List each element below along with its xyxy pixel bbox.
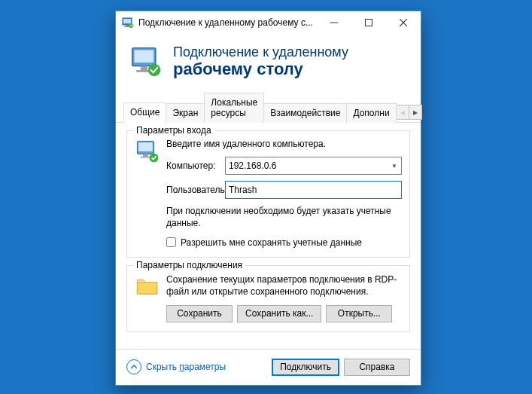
chevron-right-icon: ▶ [413,109,418,116]
svg-point-18 [150,154,159,163]
minimize-button[interactable] [317,11,351,34]
tab-advanced[interactable]: Дополни [346,103,396,123]
help-button[interactable]: Справка [344,359,410,376]
close-icon [400,19,407,26]
tabs-scroll: ◀ ▶ [396,105,422,122]
tab-experience[interactable]: Взаимодействие [263,103,347,123]
user-input[interactable] [225,181,402,199]
svg-rect-10 [134,50,154,63]
user-label: Пользователь: [166,185,225,195]
header-line2: рабочему столу [173,60,348,78]
svg-rect-17 [141,157,151,158]
rdp-header-icon [129,45,163,78]
titlebar[interactable]: Подключение к удаленному рабочему с... [116,11,421,34]
svg-rect-16 [143,154,148,157]
maximize-button[interactable] [351,11,386,34]
login-group: Параметры входа Введите имя удаленного к… [126,130,410,257]
computer-label: Компьютер: [166,160,225,171]
chevron-up-icon [126,359,141,374]
tabs-scroll-left[interactable]: ◀ [396,105,409,120]
header: Подключение к удаленному рабочему столу [116,34,421,92]
computer-combo[interactable]: ▼ [225,157,402,175]
login-group-title: Параметры входа [133,125,214,136]
save-credentials-checkbox[interactable] [166,237,176,247]
connection-desc: Сохранение текущих параметров подключени… [166,273,402,298]
tab-local-resources[interactable]: Локальные ресурсы [204,93,264,123]
close-button[interactable] [386,11,421,34]
tabs-scroll-right[interactable]: ▶ [409,105,422,120]
header-line1: Подключение к удаленному [173,44,348,60]
chevron-down-icon[interactable]: ▼ [388,157,401,174]
svg-point-13 [148,63,161,76]
svg-rect-11 [141,66,147,70]
app-icon [122,17,134,29]
save-button[interactable]: Сохранить [166,305,233,322]
hide-params-label: Скрыть параметры [146,362,226,372]
folder-icon [135,273,160,299]
svg-rect-1 [123,19,131,23]
computer-icon [135,139,160,164]
tab-general[interactable]: Общие [123,102,166,123]
connection-group-title: Параметры подключения [133,260,245,270]
computer-input[interactable] [225,157,402,175]
footer: Скрыть параметры Подключить Справка [116,349,421,385]
svg-rect-15 [138,142,153,151]
tab-display[interactable]: Экран [166,103,205,123]
minimize-icon [330,19,338,26]
window-title: Подключение к удаленному рабочему с... [138,17,317,28]
tabs-bar: Общие Экран Локальные ресурсы Взаимодейс… [116,92,421,123]
open-button[interactable]: Открыть... [326,305,392,322]
svg-rect-6 [366,20,372,26]
credentials-note: При подключении необходимо будет указать… [166,205,402,229]
rdp-window: Подключение к удаленному рабочему с... П… [115,11,421,386]
chevron-left-icon: ◀ [400,109,405,116]
save-as-button[interactable]: Сохранить как... [237,305,321,322]
maximize-icon [365,19,372,26]
login-intro: Введите имя удаленного компьютера. [166,139,402,149]
connection-group: Параметры подключения Сохранение текущих… [126,265,410,332]
connect-button[interactable]: Подключить [272,359,339,376]
hide-params-link[interactable]: Скрыть параметры [126,359,226,374]
save-credentials-label: Разрешить мне сохранять учетные данные [181,237,362,248]
svg-rect-2 [126,25,129,26]
tab-body: Параметры входа Введите имя удаленного к… [116,123,421,349]
